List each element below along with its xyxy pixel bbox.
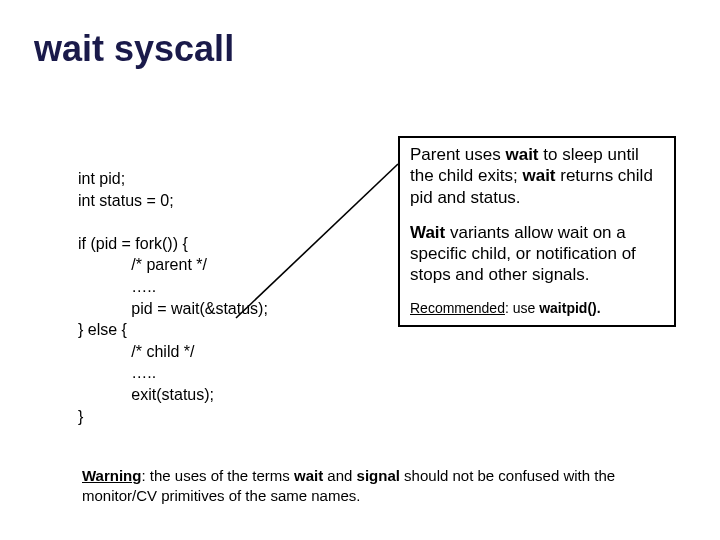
text: Parent uses [410,145,505,164]
code-line: pid = wait(&status); [131,300,268,317]
bold-wait: wait [505,145,538,164]
bold-signal: signal [357,467,400,484]
code-line: exit(status); [131,386,214,403]
callout-para-1: Parent uses wait to sleep until the chil… [410,144,664,208]
code-line: int status = 0; [78,192,174,209]
bold-wait: wait [522,166,555,185]
text: : the uses of the terms [141,467,294,484]
text: : use [505,300,539,316]
underline-warning: Warning [82,467,141,484]
code-line: } else { [78,321,127,338]
bold-wait: Wait [410,223,445,242]
callout-box: Parent uses wait to sleep until the chil… [398,136,676,327]
code-line: ….. [131,364,156,381]
underline-recommended: Recommended [410,300,505,316]
slide-title: wait syscall [34,28,234,70]
code-line: if (pid = fork()) { [78,235,188,252]
code-block: int pid; int status = 0; if (pid = fork(… [78,168,268,427]
code-line: /* child */ [131,343,194,360]
bold-waitpid: waitpid(). [539,300,600,316]
warning-text: Warning: the uses of the terms wait and … [82,466,642,507]
code-line: int pid; [78,170,125,187]
callout-para-2: Wait variants allow wait on a specific c… [410,222,664,286]
code-line: } [78,408,83,425]
text: and [323,467,356,484]
bold-wait: wait [294,467,323,484]
code-line: /* parent */ [131,256,207,273]
code-line: ….. [131,278,156,295]
callout-recommended: Recommended: use waitpid(). [410,300,664,318]
